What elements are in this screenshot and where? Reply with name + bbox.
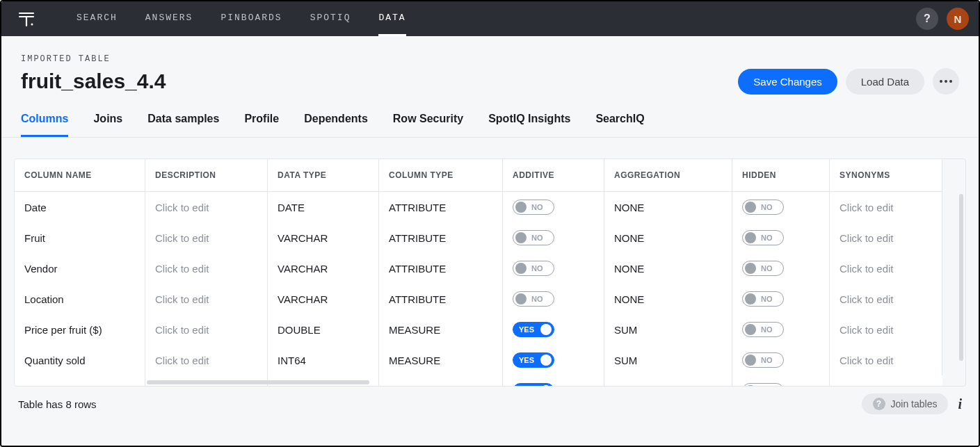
toggle-off[interactable]: NO	[742, 322, 784, 337]
cell-aggregation[interactable]: NONE	[604, 192, 732, 222]
user-avatar[interactable]: N	[947, 8, 969, 30]
cell-column-name[interactable]: Price per fruit ($)	[15, 314, 145, 345]
cell-columntype[interactable]: MEASURE	[379, 345, 503, 375]
help-icon: ?	[873, 398, 885, 410]
subtab-joins[interactable]: Joins	[93, 113, 122, 137]
column-header[interactable]: AGGREGATION	[604, 159, 732, 192]
cell-aggregation[interactable]: NONE	[604, 284, 732, 314]
cell-hidden: NO	[732, 345, 830, 375]
cell-datatype[interactable]: VARCHAR	[268, 253, 379, 284]
cell-column-name[interactable]: Date	[15, 192, 145, 222]
column-header[interactable]: COLUMN TYPE	[379, 159, 503, 192]
cell-datatype[interactable]: VARCHAR	[268, 222, 379, 253]
cell-columntype[interactable]: ATTRIBUTE	[379, 253, 503, 284]
toggle-off[interactable]: NO	[513, 200, 554, 215]
subtab-profile[interactable]: Profile	[244, 113, 279, 137]
toggle-off[interactable]: NO	[513, 291, 554, 307]
cell-aggregation[interactable]: SUM	[604, 375, 732, 387]
cell-synonyms[interactable]: Click to edit	[830, 375, 942, 387]
nav-tab-pinboards[interactable]: PINBOARDS	[220, 1, 282, 36]
cell-synonyms[interactable]: Click to edit	[830, 192, 942, 222]
cell-aggregation[interactable]: NONE	[604, 253, 732, 284]
cell-synonyms[interactable]: Click to edit	[830, 222, 942, 253]
cell-columntype[interactable]: MEASURE	[379, 375, 503, 387]
cell-column-name[interactable]: Location	[15, 284, 145, 314]
subtab-dependents[interactable]: Dependents	[304, 113, 368, 137]
column-header[interactable]: ADDITIVE	[503, 159, 604, 192]
toggle-off[interactable]: NO	[513, 230, 554, 245]
subtab-row-security[interactable]: Row Security	[393, 113, 463, 137]
cell-description[interactable]: Click to edit	[145, 284, 268, 314]
subtab-data-samples[interactable]: Data samples	[147, 113, 219, 137]
column-header[interactable]: DESCRIPTION	[145, 159, 268, 192]
column-header[interactable]: COLUMN NAME	[15, 159, 145, 192]
cell-synonyms[interactable]: Click to edit	[830, 284, 942, 314]
save-changes-button[interactable]: Save Changes	[738, 69, 837, 95]
cell-aggregation[interactable]: SUM	[604, 314, 732, 345]
cell-datatype[interactable]: INT64	[268, 345, 379, 375]
cell-aggregation[interactable]: SUM	[604, 345, 732, 375]
cell-column-name[interactable]: Total sale	[15, 375, 145, 387]
toggle-on[interactable]: YES	[513, 322, 554, 337]
cell-description[interactable]: Click to edit	[145, 314, 268, 345]
cell-datatype[interactable]: VARCHAR	[268, 284, 379, 314]
cell-description[interactable]: Click to edit	[145, 192, 268, 222]
cell-description[interactable]: Click to edit	[145, 253, 268, 284]
app-logo-icon[interactable]	[18, 10, 35, 27]
load-data-button[interactable]: Load Data	[846, 69, 924, 95]
cell-description[interactable]: Click to edit	[145, 345, 268, 375]
nav-tab-answers[interactable]: ANSWERS	[145, 1, 193, 36]
sub-tabs: ColumnsJoinsData samplesProfileDependent…	[1, 95, 979, 138]
cell-additive: NO	[503, 284, 604, 314]
join-tables-button[interactable]: ? Join tables	[862, 393, 949, 414]
cell-description[interactable]: Click to edit	[145, 222, 268, 253]
vertical-scrollbar[interactable]	[959, 194, 963, 361]
subtab-columns[interactable]: Columns	[21, 113, 68, 137]
cell-columntype[interactable]: ATTRIBUTE	[379, 284, 503, 314]
nav-tab-data[interactable]: DATA	[378, 1, 405, 36]
svg-point-4	[940, 80, 942, 83]
nav-tab-spotiq[interactable]: SPOTIQ	[310, 1, 351, 36]
cell-synonyms[interactable]: Click to edit	[830, 253, 942, 284]
svg-point-6	[949, 80, 952, 83]
cell-column-name[interactable]: Fruit	[15, 222, 145, 253]
cell-columntype[interactable]: ATTRIBUTE	[379, 222, 503, 253]
column-header[interactable]: HIDDEN	[732, 159, 830, 192]
more-actions-button[interactable]	[933, 68, 959, 95]
info-icon[interactable]: i	[958, 396, 962, 412]
column-header[interactable]: SYNONYMS	[830, 159, 942, 192]
toggle-off[interactable]: NO	[513, 261, 554, 276]
nav-tabs: SEARCHANSWERSPINBOARDSSPOTIQDATA	[77, 1, 406, 36]
cell-aggregation[interactable]: NONE	[604, 222, 732, 253]
toggle-off[interactable]: NO	[742, 383, 784, 387]
toggle-off[interactable]: NO	[742, 200, 784, 215]
cell-additive: NO	[503, 253, 604, 284]
cell-column-name[interactable]: Vendor	[15, 253, 145, 284]
cell-column-name[interactable]: Quantity sold	[15, 345, 145, 375]
cell-columntype[interactable]: MEASURE	[379, 314, 503, 345]
cell-datatype[interactable]: DOUBLE	[268, 314, 379, 345]
cell-synonyms[interactable]: Click to edit	[830, 314, 942, 345]
column-header[interactable]: DATA TYPE	[268, 159, 379, 192]
cell-columntype[interactable]: ATTRIBUTE	[379, 192, 503, 222]
cell-synonyms[interactable]: Click to edit	[830, 345, 942, 375]
top-nav: SEARCHANSWERSPINBOARDSSPOTIQDATA ? N	[1, 1, 979, 36]
cell-datatype[interactable]: DATE	[268, 192, 379, 222]
toggle-off[interactable]: NO	[742, 261, 784, 276]
cell-hidden: NO	[732, 314, 830, 345]
toggle-off[interactable]: NO	[742, 230, 784, 245]
svg-point-5	[945, 80, 947, 83]
horizontal-scrollbar[interactable]	[147, 380, 369, 384]
toggle-off[interactable]: NO	[742, 352, 784, 368]
nav-tab-search[interactable]: SEARCH	[77, 1, 118, 36]
help-button[interactable]: ?	[916, 8, 938, 30]
cell-hidden: NO	[732, 222, 830, 253]
subtab-searchiq[interactable]: SearchIQ	[595, 113, 644, 137]
toggle-on[interactable]: YES	[513, 383, 554, 387]
columns-table: COLUMN NAMEDESCRIPTIONDATA TYPECOLUMN TY…	[14, 159, 966, 387]
svg-point-3	[31, 24, 33, 26]
subtab-spotiq-insights[interactable]: SpotIQ Insights	[488, 113, 570, 137]
toggle-on[interactable]: YES	[513, 352, 554, 368]
toggle-off[interactable]: NO	[742, 291, 784, 307]
object-type-label: IMPORTED TABLE	[21, 54, 959, 64]
